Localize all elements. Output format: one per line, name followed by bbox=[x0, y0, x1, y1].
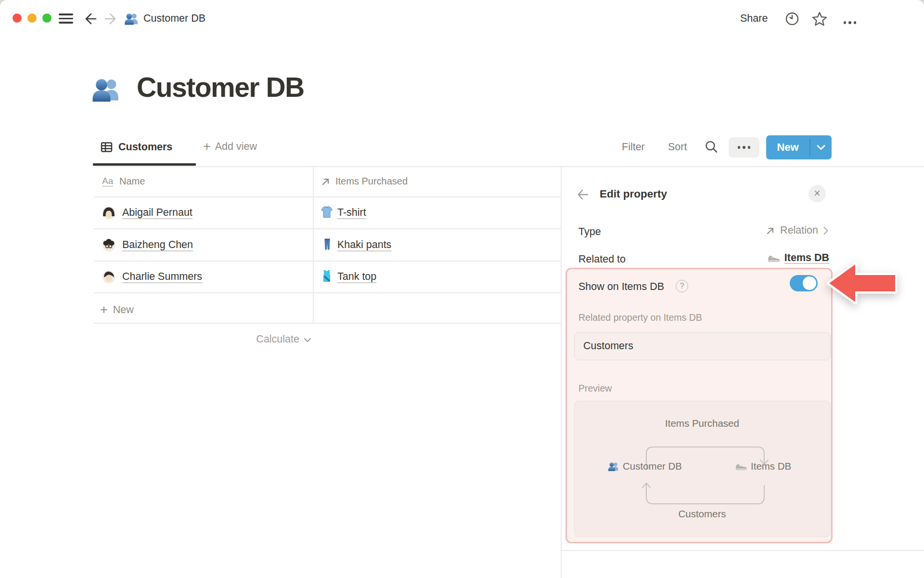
preview-items-db-node: Items DB bbox=[735, 460, 791, 472]
shoe-icon bbox=[735, 462, 747, 471]
row-divider bbox=[94, 323, 561, 324]
calculate-chevron-icon[interactable] bbox=[303, 337, 312, 343]
title-property-icon[interactable]: Aa bbox=[102, 176, 113, 186]
cell-customer-name[interactable]: Baizheng Chen bbox=[122, 239, 193, 251]
favorite-star-icon[interactable] bbox=[811, 11, 828, 27]
view-options-icon[interactable] bbox=[729, 137, 759, 158]
show-on-items-db-label: Show on Items DB bbox=[578, 281, 664, 293]
related-property-value: Customers bbox=[583, 340, 633, 352]
preview-bottom-label: Customers bbox=[630, 508, 774, 520]
toolbar-divider bbox=[94, 166, 924, 167]
row-divider bbox=[94, 197, 561, 197]
cell-customer-name[interactable]: Charlie Summers bbox=[122, 271, 202, 283]
avatar-abigail bbox=[102, 206, 116, 220]
cell-customer-name[interactable]: Abigail Pernaut bbox=[122, 207, 192, 219]
relation-arrow-icon[interactable] bbox=[321, 176, 331, 187]
shoe-icon bbox=[768, 254, 780, 263]
share-button[interactable]: Share bbox=[740, 13, 768, 25]
related-to-value-row[interactable]: Items DB bbox=[683, 252, 829, 264]
search-icon[interactable] bbox=[704, 139, 719, 155]
new-row-button[interactable]: + New bbox=[100, 302, 134, 317]
tshirt-icon bbox=[321, 206, 333, 218]
column-divider bbox=[313, 167, 314, 323]
tab-customers[interactable]: Customers bbox=[118, 141, 172, 153]
row-divider bbox=[94, 261, 561, 262]
new-button-label[interactable]: New bbox=[766, 135, 809, 159]
page-title[interactable]: Customer DB bbox=[137, 71, 304, 103]
filter-button[interactable]: Filter bbox=[622, 141, 645, 153]
cell-item[interactable]: T-shirt bbox=[337, 207, 366, 219]
cell-item[interactable]: Tank top bbox=[337, 271, 376, 283]
add-view-button[interactable]: + Add view bbox=[203, 140, 257, 153]
type-value-row[interactable]: Relation bbox=[683, 224, 829, 236]
panel-divider bbox=[561, 167, 562, 578]
column-header-items-purchased[interactable]: Items Purchased bbox=[335, 176, 408, 187]
row-divider bbox=[94, 292, 561, 293]
panel-close-icon[interactable]: × bbox=[808, 185, 826, 202]
active-tab-underline bbox=[93, 163, 196, 166]
toggle-knob bbox=[803, 276, 816, 290]
plus-icon: + bbox=[100, 302, 108, 317]
customer-db-people-icon bbox=[124, 12, 139, 26]
row-divider bbox=[94, 228, 561, 229]
customer-db-people-icon bbox=[608, 461, 619, 472]
sidebar-menu-icon[interactable] bbox=[59, 13, 73, 24]
relation-arrow-icon bbox=[765, 225, 776, 236]
show-on-items-db-toggle[interactable] bbox=[790, 275, 818, 291]
panel-back-arrow-icon[interactable] bbox=[576, 187, 590, 202]
forward-arrow-icon[interactable] bbox=[103, 11, 118, 26]
help-icon[interactable]: ? bbox=[676, 280, 688, 292]
traffic-lights[interactable] bbox=[13, 13, 51, 23]
related-property-input[interactable]: Customers bbox=[574, 332, 831, 360]
avatar-charlie bbox=[102, 270, 116, 284]
chevron-right-icon bbox=[822, 226, 829, 236]
updates-clock-icon[interactable] bbox=[784, 11, 800, 26]
zoom-window-icon[interactable] bbox=[42, 13, 51, 23]
related-to-label: Related to bbox=[578, 253, 626, 265]
related-property-label: Related property on Items DB bbox=[578, 312, 702, 323]
preview-label: Preview bbox=[578, 383, 612, 394]
calculate-button[interactable]: Calculate bbox=[207, 333, 299, 345]
pants-icon bbox=[321, 238, 333, 250]
back-arrow-icon[interactable] bbox=[83, 11, 98, 26]
red-annotation-arrow bbox=[826, 260, 899, 307]
tanktop-icon bbox=[321, 270, 333, 282]
type-label: Type bbox=[578, 226, 601, 238]
table-view-icon bbox=[100, 141, 113, 154]
close-window-icon[interactable] bbox=[13, 13, 22, 23]
new-dropdown-chevron[interactable] bbox=[810, 135, 832, 159]
notion-window: Customer DB Share Customer DB Customers … bbox=[0, 0, 924, 578]
column-header-name[interactable]: Name bbox=[119, 176, 145, 187]
more-options-icon[interactable] bbox=[837, 13, 862, 33]
new-button[interactable]: New bbox=[766, 135, 832, 159]
panel-section-divider bbox=[561, 550, 924, 551]
preview-customer-db-node: Customer DB bbox=[608, 460, 682, 472]
avatar-baizheng bbox=[102, 238, 116, 252]
minimize-window-icon[interactable] bbox=[27, 13, 37, 23]
plus-icon: + bbox=[203, 140, 211, 153]
sort-button[interactable]: Sort bbox=[668, 141, 687, 153]
page-icon-people[interactable] bbox=[91, 75, 120, 104]
cell-item[interactable]: Khaki pants bbox=[337, 239, 391, 251]
breadcrumb[interactable]: Customer DB bbox=[143, 13, 205, 25]
panel-title: Edit property bbox=[600, 188, 667, 200]
